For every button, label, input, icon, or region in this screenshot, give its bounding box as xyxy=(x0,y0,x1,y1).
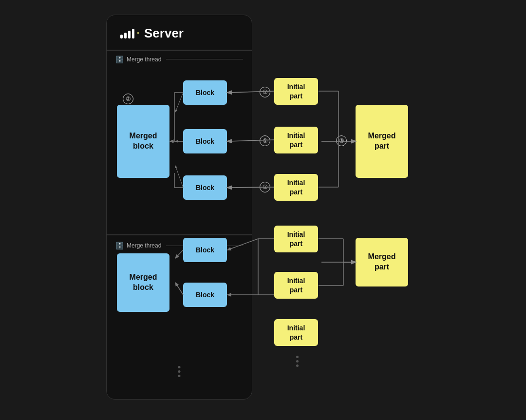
bottom-dots xyxy=(296,356,299,367)
server-logo: · xyxy=(120,28,139,38)
server-title: Server xyxy=(144,26,184,41)
initial-part-3: Initialpart xyxy=(274,174,318,201)
thread-icon-2: 🗄️ xyxy=(115,242,124,249)
arrows-overlay xyxy=(0,0,526,420)
block-4-bottom: Block xyxy=(183,238,227,262)
merged-part-1: Mergedpart xyxy=(356,105,408,178)
server-header: · Server xyxy=(107,15,252,50)
initial-part-5: Initialpart xyxy=(274,272,318,299)
initial-part-2: Initialpart xyxy=(274,127,318,153)
block-3-top: Block xyxy=(183,175,227,200)
merge-thread-text-1: Merge thread xyxy=(127,56,161,63)
initial-part-4: Initialpart xyxy=(274,226,318,252)
step-1b: ① xyxy=(260,135,270,146)
step-2-label: ② xyxy=(123,94,133,104)
merge-thread-label-1: 🗄️ Merge thread xyxy=(107,51,252,66)
block-2-top: Block xyxy=(183,129,227,153)
step-1a: ① xyxy=(260,87,270,97)
step-3: ③ xyxy=(336,135,347,146)
server-panel: · Server 🗄️ Merge thread 🗄️ Merge thread xyxy=(106,15,252,400)
thread-icon-1: 🗄️ xyxy=(115,56,124,63)
step-1c: ① xyxy=(260,182,270,192)
diagram-container: · Server 🗄️ Merge thread 🗄️ Merge thread… xyxy=(0,0,526,420)
server-dots xyxy=(178,366,181,377)
initial-part-6: Initialpart xyxy=(274,319,318,346)
merged-block-2: Mergedblock xyxy=(117,253,169,312)
block-5-bottom: Block xyxy=(183,283,227,307)
initial-part-1: Initialpart xyxy=(274,78,318,105)
block-1-top: Block xyxy=(183,80,227,105)
merge-thread-text-2: Merge thread xyxy=(127,242,161,249)
merged-part-2: Mergedpart xyxy=(356,238,408,286)
merge-thread-label-2: 🗄️ Merge thread xyxy=(107,237,252,252)
merged-block-1: Mergedblock xyxy=(117,105,169,178)
